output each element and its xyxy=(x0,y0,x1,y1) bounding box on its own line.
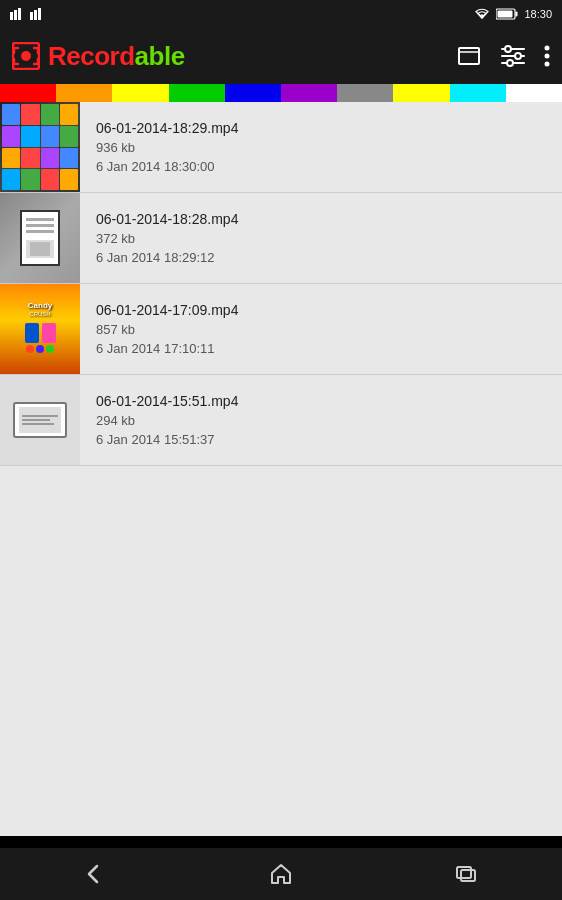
color-cyan xyxy=(450,84,506,102)
color-yellow2 xyxy=(393,84,449,102)
color-bar xyxy=(0,84,562,102)
back-icon xyxy=(82,862,106,886)
color-purple xyxy=(281,84,337,102)
list-item[interactable]: 06-01-2014-15:51.mp4 294 kb 6 Jan 2014 1… xyxy=(0,375,562,466)
file-thumbnail-2 xyxy=(0,193,80,283)
fullscreen-icon xyxy=(456,43,482,69)
file-size: 857 kb xyxy=(96,322,546,337)
svg-rect-11 xyxy=(459,48,479,64)
file-info-2: 06-01-2014-18:28.mp4 372 kb 6 Jan 2014 1… xyxy=(80,193,562,283)
home-icon xyxy=(269,862,293,886)
fullscreen-button[interactable] xyxy=(456,43,482,69)
color-gray xyxy=(337,84,393,102)
logo-bracket-icon xyxy=(12,42,40,70)
color-red xyxy=(0,84,56,102)
svg-rect-7 xyxy=(516,12,518,17)
toolbar-actions xyxy=(456,43,550,69)
file-date: 6 Jan 2014 17:10:11 xyxy=(96,341,546,356)
color-green xyxy=(169,84,225,102)
svg-point-10 xyxy=(21,51,31,61)
svg-point-19 xyxy=(545,46,550,51)
file-name: 06-01-2014-17:09.mp4 xyxy=(96,302,546,318)
list-item[interactable]: 06-01-2014-18:28.mp4 372 kb 6 Jan 2014 1… xyxy=(0,193,562,284)
file-info-1: 06-01-2014-18:29.mp4 936 kb 6 Jan 2014 1… xyxy=(80,102,562,192)
file-date: 6 Jan 2014 18:30:00 xyxy=(96,159,546,174)
main-content: 06-01-2014-18:29.mp4 936 kb 6 Jan 2014 1… xyxy=(0,102,562,836)
back-button[interactable] xyxy=(64,848,124,900)
file-list: 06-01-2014-18:29.mp4 936 kb 6 Jan 2014 1… xyxy=(0,102,562,466)
color-blue xyxy=(225,84,281,102)
file-thumbnail-4 xyxy=(0,375,80,465)
list-item[interactable]: 06-01-2014-18:29.mp4 936 kb 6 Jan 2014 1… xyxy=(0,102,562,193)
file-name: 06-01-2014-18:28.mp4 xyxy=(96,211,546,227)
svg-rect-3 xyxy=(30,12,33,20)
settings-button[interactable] xyxy=(500,45,526,67)
file-name: 06-01-2014-18:29.mp4 xyxy=(96,120,546,136)
time-display: 18:30 xyxy=(524,8,552,20)
svg-rect-22 xyxy=(457,867,471,878)
svg-point-20 xyxy=(545,54,550,59)
svg-rect-1 xyxy=(14,10,17,20)
sliders-icon xyxy=(500,45,526,67)
svg-rect-8 xyxy=(498,11,513,18)
signal-icon xyxy=(30,8,44,20)
svg-rect-23 xyxy=(461,870,475,881)
file-size: 294 kb xyxy=(96,413,546,428)
svg-rect-0 xyxy=(10,12,13,20)
toolbar: Recordable xyxy=(0,28,562,84)
home-button[interactable] xyxy=(251,848,311,900)
status-icons-right: 18:30 xyxy=(474,8,552,20)
color-white xyxy=(506,84,562,102)
file-size: 936 kb xyxy=(96,140,546,155)
sim-icon xyxy=(10,8,24,20)
svg-rect-2 xyxy=(18,8,21,20)
file-size: 372 kb xyxy=(96,231,546,246)
svg-point-16 xyxy=(515,53,521,59)
empty-area xyxy=(0,466,562,836)
file-date: 6 Jan 2014 18:29:12 xyxy=(96,250,546,265)
svg-point-21 xyxy=(545,62,550,67)
battery-icon xyxy=(496,8,518,20)
file-name: 06-01-2014-15:51.mp4 xyxy=(96,393,546,409)
status-icons-left xyxy=(10,8,44,20)
svg-point-18 xyxy=(507,60,513,66)
file-info-3: 06-01-2014-17:09.mp4 857 kb 6 Jan 2014 1… xyxy=(80,284,562,374)
file-thumbnail-3: Candy CRUSH xyxy=(0,284,80,374)
status-bar: 18:30 xyxy=(0,0,562,28)
app-name: Recordable xyxy=(48,41,185,72)
color-orange xyxy=(56,84,112,102)
file-info-4: 06-01-2014-15:51.mp4 294 kb 6 Jan 2014 1… xyxy=(80,375,562,465)
file-thumbnail-1 xyxy=(0,102,80,192)
more-options-button[interactable] xyxy=(544,45,550,67)
file-date: 6 Jan 2014 15:51:37 xyxy=(96,432,546,447)
recent-apps-button[interactable] xyxy=(438,848,498,900)
list-item[interactable]: Candy CRUSH 06-01-2 xyxy=(0,284,562,375)
bottom-nav xyxy=(0,848,562,900)
wifi-icon xyxy=(474,8,490,20)
app-logo: Recordable xyxy=(12,41,185,72)
svg-point-14 xyxy=(505,46,511,52)
svg-rect-5 xyxy=(38,8,41,20)
color-yellow xyxy=(112,84,168,102)
svg-rect-4 xyxy=(34,10,37,20)
recent-apps-icon xyxy=(456,863,480,885)
more-options-icon xyxy=(544,45,550,67)
